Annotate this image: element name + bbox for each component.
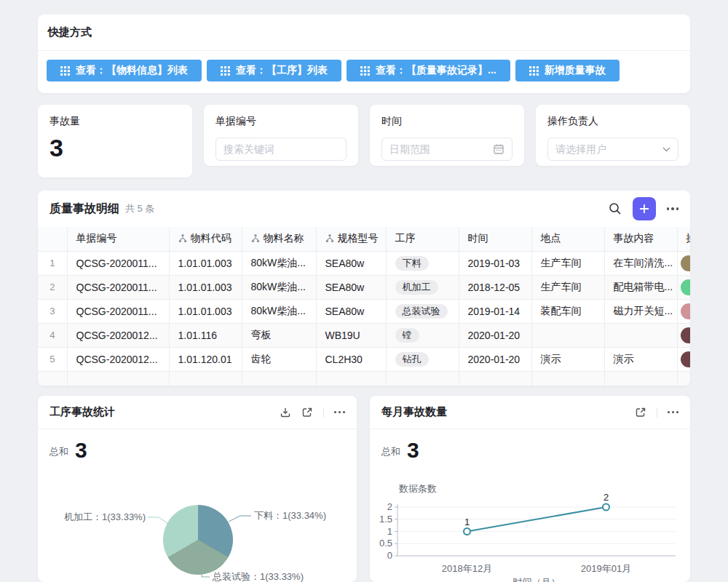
- column-header: 物料名称: [242, 227, 316, 251]
- process-cell: 下料: [386, 251, 459, 275]
- name-cell: 80kW柴油...: [242, 251, 316, 275]
- table-row[interactable]: 2QCSG-2020011...1.01.01.00380kW柴油...SEA8…: [38, 275, 690, 299]
- process-cell: 总装试验: [386, 299, 459, 323]
- place-cell: 生产车间: [531, 251, 604, 275]
- process-pie-card: 工序事故统计 总和 3: [38, 396, 357, 582]
- table-row[interactable]: 4QCSG-2020012...1.01.116弯板WB19U镗2020-01-…: [38, 323, 690, 347]
- accident-table: 单据编号 物料代码 物料名称 规格型号工序时间地点事故内容操作负责人 1QCSG…: [38, 227, 690, 386]
- process-tag: 下料: [395, 256, 429, 271]
- y-tick-label: 0.5: [379, 538, 392, 549]
- operator-filter-card: 操作负责人: [536, 105, 690, 166]
- shortcut-button-label: 新增质量事故: [545, 64, 606, 77]
- monthly-line-chart: 数据条数00.511.5212018年12月22019年01月时间（月）: [370, 396, 690, 582]
- shortcut-button[interactable]: 查看：【质量事故记录】...: [347, 60, 510, 81]
- time-label: 时间: [381, 115, 513, 128]
- shortcut-buttons: 查看：【物料信息】列表查看：【工序】列表查看：【质量事故记录】...新增质量事故: [38, 51, 690, 81]
- chevron-down-icon[interactable]: [662, 147, 670, 152]
- user-select-input[interactable]: [555, 143, 662, 155]
- row-index: 5: [38, 347, 67, 371]
- process-tag: 镗: [395, 328, 419, 343]
- column-header: 操作负责人: [677, 227, 690, 251]
- avatar: [681, 351, 691, 367]
- add-record-button[interactable]: [633, 197, 656, 220]
- date-cell: 2019-01-03: [459, 251, 531, 275]
- operator-cell: [677, 251, 690, 275]
- empty-row: [38, 371, 690, 386]
- name-cell: 80kW柴油...: [242, 299, 316, 323]
- accident-count-value: 3: [50, 135, 181, 160]
- doc-no-search-box[interactable]: [215, 137, 347, 161]
- monthly-line-card: 每月事故数量 总和 3 数据条数00.511.5212018年12月22019年…: [370, 396, 690, 582]
- search-icon[interactable]: [609, 202, 622, 215]
- table-row[interactable]: 1QCSG-2020011...1.01.01.00380kW柴油...SEA8…: [38, 251, 690, 275]
- content-cell: 在车间清洗...: [604, 251, 677, 275]
- data-point-label: 1: [464, 517, 470, 527]
- accident-count-label: 事故量: [50, 115, 181, 128]
- shortcuts-card: 快捷方式 查看：【物料信息】列表查看：【工序】列表查看：【质量事故记录】...新…: [38, 15, 690, 93]
- doc-cell: QCSG-2020011...: [67, 299, 169, 323]
- accident-table-card: 质量事故明细 共 5 条: [38, 191, 690, 386]
- content-cell: 磁力开关短...: [604, 299, 677, 323]
- date-cell: 2020-01-20: [459, 347, 531, 371]
- date-range-input[interactable]: [389, 143, 493, 155]
- doc-no-filter-card: 单据编号: [204, 105, 358, 166]
- date-range-box[interactable]: [381, 137, 513, 161]
- pie-label-assembly-test: 总装试验：1(33.33%): [213, 570, 304, 582]
- table-row[interactable]: 5QCSG-2020012...1.01.120.01齿轮CL2H30钻孔202…: [38, 347, 690, 371]
- spec-cell: SEA80w: [316, 275, 386, 299]
- user-select[interactable]: [547, 137, 678, 161]
- calendar-icon[interactable]: [493, 143, 505, 155]
- doc-cell: QCSG-2020012...: [67, 323, 169, 347]
- row-index: 1: [38, 251, 67, 275]
- shortcut-button-label: 查看：【工序】列表: [236, 64, 328, 77]
- shortcut-button[interactable]: 查看：【工序】列表: [207, 60, 341, 81]
- process-cell: 钻孔: [386, 347, 459, 371]
- column-header: 物料代码: [169, 227, 242, 251]
- spec-cell: WB19U: [316, 323, 386, 347]
- process-tag: 总装试验: [395, 304, 448, 319]
- name-cell: 80kW柴油...: [242, 275, 316, 299]
- process-tag: 机加工: [395, 280, 438, 295]
- code-cell: 1.01.01.003: [169, 251, 242, 275]
- place-cell: 装配车间: [531, 299, 604, 323]
- doc-no-search-input[interactable]: [223, 143, 339, 155]
- doc-cell: QCSG-2020011...: [67, 251, 169, 275]
- table-title: 质量事故明细: [50, 202, 119, 217]
- place-cell: 演示: [531, 347, 604, 371]
- doc-cell: QCSG-2020011...: [67, 275, 169, 299]
- row-index: 3: [38, 299, 67, 323]
- shortcut-button-label: 查看：【物料信息】列表: [76, 64, 188, 77]
- process-tag: 钻孔: [395, 352, 429, 367]
- table-row[interactable]: 3QCSG-2020011...1.01.01.00380kW柴油...SEA8…: [38, 299, 690, 323]
- y-tick-label: 1.5: [379, 514, 392, 525]
- data-point[interactable]: [464, 528, 470, 535]
- column-header: 规格型号: [316, 227, 386, 251]
- grid-icon: [529, 66, 539, 76]
- date-cell: 2019-01-14: [459, 299, 531, 323]
- row-index: 4: [38, 323, 67, 347]
- code-cell: 1.01.01.003: [169, 275, 242, 299]
- avatar: [681, 255, 691, 271]
- shortcut-button[interactable]: 新增质量事故: [515, 60, 620, 81]
- data-point[interactable]: [603, 504, 609, 511]
- content-cell: 配电箱带电...: [604, 275, 677, 299]
- pie-label-machining: 机加工：1(33.33%): [64, 511, 146, 524]
- spec-cell: CL2H30: [316, 347, 386, 371]
- process-cell: 机加工: [386, 275, 459, 299]
- avatar: [681, 327, 691, 343]
- y-tick-label: 2: [387, 501, 392, 512]
- shortcut-button-label: 查看：【质量事故记录】...: [376, 64, 496, 77]
- shortcut-button[interactable]: 查看：【物料信息】列表: [47, 60, 202, 81]
- table-head-row: 单据编号 物料代码 物料名称 规格型号工序时间地点事故内容操作负责人: [38, 227, 690, 251]
- column-header: 单据编号: [67, 227, 169, 251]
- content-cell: [604, 323, 677, 347]
- y-tick-label: 0: [387, 550, 392, 561]
- process-pie-chart[interactable]: [163, 505, 233, 575]
- operator-cell: [677, 275, 690, 299]
- table-more-icon[interactable]: [667, 207, 679, 210]
- date-cell: 2018-12-05: [459, 275, 531, 299]
- spec-cell: SEA80w: [316, 251, 386, 275]
- table-body: 1QCSG-2020011...1.01.01.00380kW柴油...SEA8…: [38, 251, 690, 386]
- column-header: 时间: [459, 227, 531, 251]
- y-tick-label: 1: [387, 526, 392, 537]
